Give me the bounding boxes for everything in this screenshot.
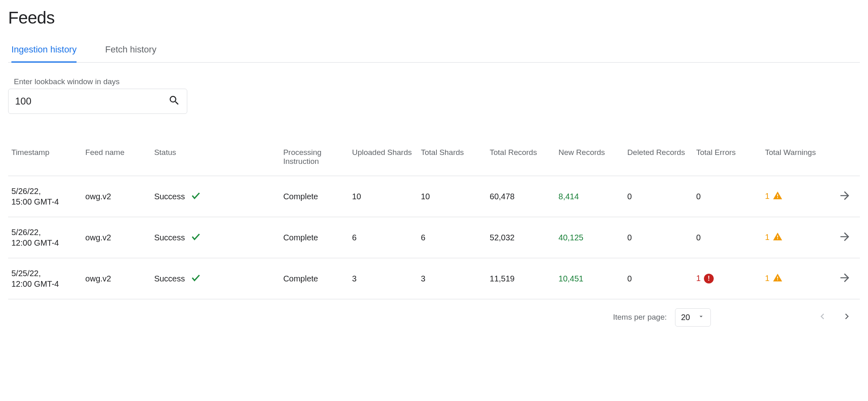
cell-new-records: 10,451: [555, 258, 623, 299]
cell-new-records: 8,414: [555, 176, 623, 217]
check-icon: [191, 272, 201, 285]
table-row: 5/25/22, 12:00 GMT-4 owg.v2 Success Comp…: [8, 258, 860, 299]
items-per-page-select[interactable]: 20: [675, 308, 711, 327]
status-text: Success: [154, 233, 185, 242]
cell-total-warnings: 1: [761, 258, 830, 299]
status-text: Success: [154, 274, 185, 283]
cell-deleted-records: 0: [623, 217, 692, 258]
items-per-page-value: 20: [681, 313, 690, 322]
cell-uploaded-shards: 3: [348, 258, 417, 299]
errors-value: 1: [696, 274, 701, 283]
cell-feed-name: owg.v2: [81, 217, 150, 258]
col-feed-name[interactable]: Feed name: [81, 142, 150, 176]
cell-status: Success: [150, 258, 279, 299]
col-actions: [830, 142, 860, 176]
next-page-button[interactable]: [838, 307, 856, 327]
cell-processing-instruction: Complete: [279, 217, 348, 258]
cell-total-shards: 3: [417, 258, 486, 299]
cell-timestamp: 5/26/22, 12:00 GMT-4: [8, 217, 81, 258]
col-processing-instruction[interactable]: Processing Instruction: [279, 142, 348, 176]
pagination: Items per page: 20: [8, 299, 860, 327]
cell-uploaded-shards: 10: [348, 176, 417, 217]
row-detail-button[interactable]: [830, 217, 860, 258]
col-uploaded-shards[interactable]: Uploaded Shards: [348, 142, 417, 176]
col-total-warnings[interactable]: Total Warnings: [761, 142, 830, 176]
ingestion-table: Timestamp Feed name Status Processing In…: [8, 142, 860, 299]
cell-timestamp: 5/25/22, 12:00 GMT-4: [8, 258, 81, 299]
warnings-value: 1: [765, 232, 769, 241]
col-deleted-records[interactable]: Deleted Records: [623, 142, 692, 176]
check-icon: [191, 190, 201, 203]
tabs: Ingestion history Fetch history: [8, 44, 860, 63]
cell-total-warnings: 1: [761, 217, 830, 258]
timestamp-date: 5/25/22,: [11, 268, 77, 279]
prev-page-button[interactable]: [813, 307, 831, 327]
tab-ingestion-history[interactable]: Ingestion history: [11, 44, 77, 63]
lookback-label: Enter lookback window in days: [8, 77, 860, 86]
col-new-records[interactable]: New Records: [555, 142, 623, 176]
timestamp-date: 5/26/22,: [11, 227, 77, 238]
cell-deleted-records: 0: [623, 258, 692, 299]
warnings-value: 1: [765, 273, 769, 282]
cell-deleted-records: 0: [623, 176, 692, 217]
col-total-records[interactable]: Total Records: [486, 142, 555, 176]
warning-icon: [773, 232, 783, 244]
col-timestamp[interactable]: Timestamp: [8, 142, 81, 176]
col-status[interactable]: Status: [150, 142, 279, 176]
table-header-row: Timestamp Feed name Status Processing In…: [8, 142, 860, 176]
errors-value: 0: [696, 192, 701, 201]
cell-feed-name: owg.v2: [81, 176, 150, 217]
col-total-errors[interactable]: Total Errors: [692, 142, 761, 176]
warning-icon: [773, 191, 783, 203]
chevron-down-icon: [697, 313, 705, 322]
table-row: 5/26/22, 15:00 GMT-4 owg.v2 Success Comp…: [8, 176, 860, 217]
warnings-value: 1: [765, 191, 769, 200]
check-icon: [191, 231, 201, 244]
search-icon[interactable]: [168, 94, 180, 108]
col-total-shards[interactable]: Total Shards: [417, 142, 486, 176]
cell-total-errors: 0: [692, 176, 761, 217]
error-icon: !: [704, 274, 714, 283]
errors-value: 0: [696, 233, 701, 242]
timestamp-time: 12:00 GMT-4: [11, 238, 77, 248]
row-detail-button[interactable]: [830, 176, 860, 217]
cell-total-records: 60,478: [486, 176, 555, 217]
tab-fetch-history[interactable]: Fetch history: [105, 44, 156, 63]
row-detail-button[interactable]: [830, 258, 860, 299]
cell-timestamp: 5/26/22, 15:00 GMT-4: [8, 176, 81, 217]
cell-processing-instruction: Complete: [279, 176, 348, 217]
status-text: Success: [154, 192, 185, 201]
cell-total-shards: 6: [417, 217, 486, 258]
cell-new-records: 40,125: [555, 217, 623, 258]
lookback-field[interactable]: [8, 89, 187, 114]
timestamp-date: 5/26/22,: [11, 186, 77, 196]
cell-status: Success: [150, 217, 279, 258]
timestamp-time: 15:00 GMT-4: [11, 196, 77, 207]
timestamp-time: 12:00 GMT-4: [11, 279, 77, 289]
cell-status: Success: [150, 176, 279, 217]
page-title: Feeds: [8, 8, 860, 28]
cell-total-records: 11,519: [486, 258, 555, 299]
cell-uploaded-shards: 6: [348, 217, 417, 258]
warning-icon: [773, 273, 783, 285]
cell-total-errors: 1!: [692, 258, 761, 299]
items-per-page-label: Items per page:: [613, 313, 667, 322]
lookback-input[interactable]: [15, 96, 168, 107]
table-row: 5/26/22, 12:00 GMT-4 owg.v2 Success Comp…: [8, 217, 860, 258]
cell-total-records: 52,032: [486, 217, 555, 258]
cell-total-shards: 10: [417, 176, 486, 217]
cell-processing-instruction: Complete: [279, 258, 348, 299]
cell-total-errors: 0: [692, 217, 761, 258]
cell-total-warnings: 1: [761, 176, 830, 217]
cell-feed-name: owg.v2: [81, 258, 150, 299]
